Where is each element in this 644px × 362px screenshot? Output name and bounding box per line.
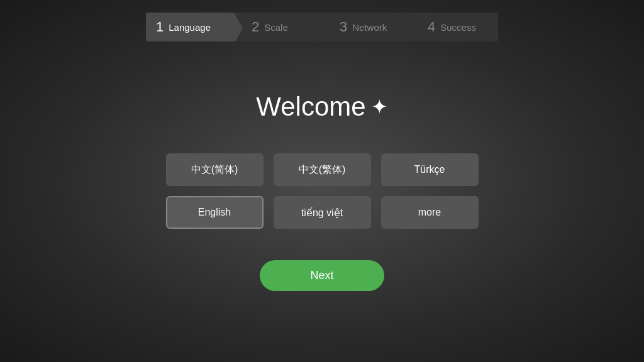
lang-btn-english[interactable]: English [166,196,264,229]
step-2-number: 2 [252,19,259,35]
next-button[interactable]: Next [260,260,384,291]
step-2-label: Scale [264,22,288,33]
lang-btn-more[interactable]: more [381,196,479,229]
step-1-label: Language [169,22,211,33]
welcome-section: Welcome ✦ [256,92,387,122]
step-3-label: Network [352,22,387,33]
step-3-network: 3 Network [322,13,410,41]
step-4-label: Success [440,22,476,33]
step-1-language: 1 Language [146,13,234,41]
step-4-success: 4 Success [410,13,498,41]
step-4-number: 4 [428,19,435,35]
step-1-number: 1 [156,19,164,35]
welcome-title: Welcome ✦ [256,92,387,122]
step-2-scale: 2 Scale [234,13,322,41]
lang-btn-zh-traditional[interactable]: 中文(繁体) [274,153,371,186]
sparkle-icon: ✦ [371,95,388,119]
step-3-number: 3 [340,19,347,35]
lang-btn-turkce[interactable]: Türkçe [381,153,479,186]
lang-btn-zh-simplified[interactable]: 中文(简体) [166,153,264,186]
language-grid: 中文(简体) 中文(繁体) Türkçe English tiếng việt … [166,153,479,229]
stepper: 1 Language 2 Scale 3 Network 4 Success [146,13,498,41]
lang-btn-tieng-viet[interactable]: tiếng việt [274,196,371,229]
welcome-text: Welcome [256,92,365,122]
